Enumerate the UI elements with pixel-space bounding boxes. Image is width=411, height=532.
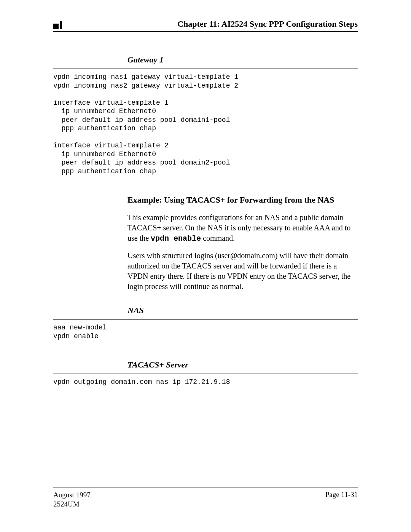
heading-gateway1: Gateway 1 xyxy=(127,55,358,65)
rule xyxy=(53,374,358,374)
code-nas: aaa new-model vpdn enable xyxy=(53,323,358,340)
heading-tacacs: TACACS+ Server xyxy=(127,360,358,370)
footer-doc: 2524UM xyxy=(53,500,91,509)
rule xyxy=(53,389,358,389)
paragraph: This example provides configurations for… xyxy=(127,212,358,244)
chapter-title: Chapter 11: AI2524 Sync PPP Configuratio… xyxy=(177,19,358,29)
footer-page: Page 11-31 xyxy=(325,490,358,509)
page: Chapter 11: AI2524 Sync PPP Configuratio… xyxy=(0,0,411,532)
rule xyxy=(53,69,358,69)
inline-code: vpdn enable xyxy=(151,234,201,243)
footer-left: August 1997 2524UM xyxy=(53,490,91,509)
rule xyxy=(53,178,358,178)
heading-nas: NAS xyxy=(127,305,358,315)
heading-example: Example: Using TACACS+ for Forwarding fr… xyxy=(127,195,358,205)
page-footer: August 1997 2524UM Page 11-31 xyxy=(53,487,358,509)
text: command. xyxy=(201,234,235,242)
logo-icon xyxy=(53,21,62,29)
code-tacacs: vpdn outgoing domain.com nas ip 172.21.9… xyxy=(53,378,358,387)
rule xyxy=(53,343,358,343)
page-header: Chapter 11: AI2524 Sync PPP Configuratio… xyxy=(53,19,358,32)
footer-date: August 1997 xyxy=(53,490,91,500)
rule xyxy=(53,319,358,320)
code-gateway1: vpdn incoming nas1 gateway virtual-templ… xyxy=(53,73,358,176)
paragraph: Users with structured logins (user@domai… xyxy=(127,251,358,292)
